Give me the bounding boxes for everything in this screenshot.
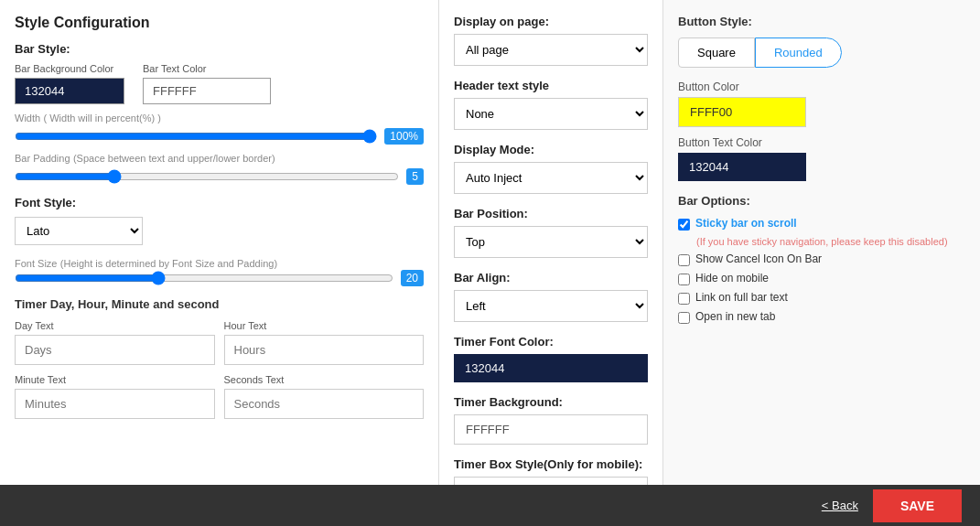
hour-text-input[interactable] bbox=[224, 335, 425, 365]
header-text-style-select[interactable]: None bbox=[454, 98, 648, 130]
width-label: Width ( Width will in percent(%) ) bbox=[15, 112, 424, 124]
show-cancel-option: Show Cancel Icon On Bar bbox=[678, 252, 965, 266]
link-full-bar-label: Link on full bar text bbox=[695, 291, 788, 304]
bar-position-field: Bar Position: Top bbox=[454, 207, 648, 258]
width-slider-row: 100% bbox=[15, 128, 424, 145]
button-text-color-label: Button Text Color bbox=[678, 136, 965, 149]
sticky-bar-option: Sticky bar on scroll bbox=[678, 217, 965, 231]
show-cancel-checkbox[interactable] bbox=[678, 254, 690, 266]
timer-section: Timer Day, Hour, Minute and second Day T… bbox=[15, 297, 424, 419]
minute-text-label: Minute Text bbox=[15, 374, 215, 385]
timer-font-color-label: Timer Font Color: bbox=[454, 335, 648, 349]
bar-align-field: Bar Align: Left bbox=[454, 271, 648, 322]
bottom-bar: < Back SAVE bbox=[0, 485, 980, 526]
timer-grid: Day Text Hour Text Minute Text Seconds T… bbox=[15, 320, 424, 419]
seconds-text-field: Seconds Text bbox=[224, 374, 425, 419]
timer-font-color-swatch[interactable]: 132044 bbox=[454, 354, 648, 382]
open-new-tab-label: Open in new tab bbox=[695, 310, 775, 323]
hide-mobile-option: Hide on mobile bbox=[678, 272, 965, 285]
save-button[interactable]: SAVE bbox=[873, 489, 962, 522]
timer-section-title: Timer Day, Hour, Minute and second bbox=[15, 297, 424, 311]
bar-text-color-field: Bar Text Color bbox=[143, 63, 271, 104]
hide-mobile-checkbox[interactable] bbox=[678, 274, 690, 285]
btn-rounded[interactable]: Rounded bbox=[755, 38, 842, 68]
day-text-label: Day Text bbox=[15, 320, 215, 331]
font-size-slider-row: 20 bbox=[15, 270, 424, 286]
display-mode-select[interactable]: Auto Inject bbox=[454, 162, 648, 194]
day-text-input[interactable] bbox=[15, 335, 215, 365]
button-text-color-swatch[interactable]: 132044 bbox=[678, 153, 806, 181]
font-select[interactable]: Lato bbox=[15, 217, 143, 245]
font-size-slider[interactable] bbox=[15, 271, 393, 285]
timer-background-label: Timer Background: bbox=[454, 395, 648, 409]
display-on-page-field: Display on page: All page bbox=[454, 15, 648, 66]
sticky-bar-note: (If you have sticky navigation, please k… bbox=[696, 236, 965, 247]
bar-position-select[interactable]: Top bbox=[454, 226, 648, 258]
font-size-label: Font Size (Height is determined by Font … bbox=[15, 257, 277, 270]
width-value: 100% bbox=[384, 128, 424, 145]
button-color-swatch[interactable]: FFFF00 bbox=[678, 97, 806, 127]
right-panel: Button Style: Square Rounded Button Colo… bbox=[663, 0, 980, 526]
sticky-bar-checkbox[interactable] bbox=[678, 219, 690, 231]
hour-text-field: Hour Text bbox=[224, 320, 425, 365]
display-mode-label: Display Mode: bbox=[454, 143, 648, 156]
bar-bg-color-field: Bar Background Color bbox=[15, 63, 124, 104]
bar-options-label: Bar Options: bbox=[678, 194, 965, 208]
hide-mobile-label: Hide on mobile bbox=[695, 272, 769, 284]
button-style-label: Button Style: bbox=[678, 15, 965, 28]
sticky-bar-label: Sticky bar on scroll bbox=[695, 217, 797, 230]
bar-bg-color-input[interactable] bbox=[15, 78, 124, 104]
padding-label: Bar Padding (Space between text and uppe… bbox=[15, 152, 424, 165]
minute-text-input[interactable] bbox=[15, 389, 215, 419]
back-link[interactable]: < Back bbox=[822, 499, 858, 512]
header-text-style-label: Header text style bbox=[454, 79, 648, 92]
padding-slider[interactable] bbox=[15, 169, 399, 184]
bar-text-color-input[interactable] bbox=[143, 78, 271, 104]
seconds-text-label: Seconds Text bbox=[224, 374, 425, 385]
button-style-row: Square Rounded bbox=[678, 38, 965, 68]
bar-text-color-label: Bar Text Color bbox=[143, 63, 271, 74]
font-size-value: 20 bbox=[401, 270, 424, 286]
open-new-tab-option: Open in new tab bbox=[678, 310, 965, 324]
timer-background-swatch[interactable]: FFFFFF bbox=[454, 414, 648, 445]
open-new-tab-checkbox[interactable] bbox=[678, 312, 690, 324]
display-on-page-label: Display on page: bbox=[454, 15, 648, 28]
padding-slider-row: 5 bbox=[15, 168, 424, 185]
bar-style-label: Bar Style: bbox=[15, 42, 424, 56]
width-row: Width ( Width will in percent(%) ) 100% bbox=[15, 112, 424, 145]
timer-background-field: Timer Background: FFFFFF bbox=[454, 395, 648, 445]
timer-box-style-label: Timer Box Style(Only for mobile): bbox=[454, 457, 648, 471]
left-panel: Style Configuration Bar Style: Bar Backg… bbox=[0, 0, 439, 526]
minute-text-field: Minute Text bbox=[15, 374, 215, 419]
bar-align-label: Bar Align: bbox=[454, 271, 648, 284]
middle-panel: Display on page: All page Header text st… bbox=[439, 0, 663, 526]
seconds-text-input[interactable] bbox=[224, 389, 425, 419]
page-title: Style Configuration bbox=[15, 15, 424, 31]
bar-bg-color-label: Bar Background Color bbox=[15, 63, 124, 74]
display-on-page-select[interactable]: All page bbox=[454, 34, 648, 66]
color-row: Bar Background Color Bar Text Color bbox=[15, 63, 424, 104]
show-cancel-label: Show Cancel Icon On Bar bbox=[695, 252, 822, 265]
day-text-field: Day Text bbox=[15, 320, 215, 365]
bar-position-label: Bar Position: bbox=[454, 207, 648, 220]
link-full-bar-option: Link on full bar text bbox=[678, 291, 965, 305]
font-style-label: Font Style: bbox=[15, 196, 424, 209]
font-size-row: Font Size (Height is determined by Font … bbox=[15, 256, 424, 286]
timer-font-color-field: Timer Font Color: 132044 bbox=[454, 335, 648, 382]
width-slider[interactable] bbox=[15, 129, 377, 144]
font-style-section: Font Style: Lato bbox=[15, 196, 424, 245]
btn-square[interactable]: Square bbox=[678, 38, 755, 68]
link-full-bar-checkbox[interactable] bbox=[678, 293, 690, 305]
padding-row: Bar Padding (Space between text and uppe… bbox=[15, 152, 424, 185]
header-text-style-field: Header text style None bbox=[454, 79, 648, 130]
bar-align-select[interactable]: Left bbox=[454, 290, 648, 322]
button-color-label: Button Color bbox=[678, 81, 965, 93]
padding-value: 5 bbox=[406, 168, 424, 185]
hour-text-label: Hour Text bbox=[224, 320, 425, 331]
display-mode-field: Display Mode: Auto Inject bbox=[454, 143, 648, 194]
